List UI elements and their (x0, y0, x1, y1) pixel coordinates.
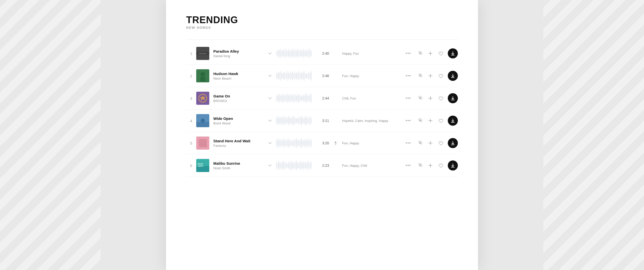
waveform-bar (282, 161, 282, 170)
waveform-bar (301, 140, 301, 146)
svg-rect-25 (196, 122, 209, 127)
track-name: Hudson Hawk (213, 71, 264, 76)
waveform-bar (307, 95, 307, 101)
favorite-button[interactable] (437, 50, 444, 57)
track-artwork[interactable]: NOAHSMITH (196, 159, 209, 172)
waveform-bar (283, 50, 284, 57)
add-button[interactable] (427, 162, 434, 169)
favorite-button[interactable] (437, 72, 444, 79)
add-button[interactable] (427, 140, 434, 146)
waveform-bar (288, 116, 289, 126)
expand-button[interactable] (266, 163, 274, 167)
more-options-button[interactable]: ••• (404, 140, 413, 147)
waveform-bar (302, 51, 302, 56)
expand-button[interactable] (266, 96, 274, 100)
waveform[interactable] (276, 116, 311, 126)
waveform-bar (291, 73, 292, 79)
favorite-button[interactable] (437, 140, 444, 147)
radio-button[interactable] (416, 72, 424, 80)
download-button[interactable] (448, 48, 458, 58)
add-button[interactable] (427, 95, 434, 102)
waveform[interactable] (276, 160, 311, 171)
download-button[interactable] (448, 160, 458, 171)
download-button[interactable] (448, 138, 458, 148)
download-button[interactable] (448, 71, 458, 81)
more-options-button[interactable]: ••• (404, 95, 413, 102)
waveform-bar (307, 49, 307, 58)
waveform-bar (304, 117, 304, 124)
favorite-button[interactable] (437, 162, 444, 169)
waveform-bar (308, 161, 308, 169)
waveform-bar (286, 162, 286, 169)
waveform-bar (276, 161, 276, 169)
waveform[interactable] (276, 48, 311, 58)
waveform-bar (297, 94, 297, 103)
track-artwork[interactable] (196, 92, 209, 105)
more-options-button[interactable]: ••• (404, 162, 413, 169)
waveform-bar (291, 140, 292, 146)
waveform-bar (291, 162, 291, 169)
expand-button[interactable] (266, 119, 274, 123)
header-divider (186, 40, 458, 40)
waveform-bar (305, 163, 305, 168)
svg-point-19 (419, 97, 421, 99)
waveform-bar (305, 116, 305, 125)
more-options-button[interactable]: ••• (404, 117, 413, 124)
radio-button[interactable] (416, 50, 424, 57)
track-artwork[interactable] (196, 137, 209, 150)
waveform-bar (301, 117, 301, 124)
radio-button[interactable] (416, 139, 424, 147)
radio-button[interactable] (416, 94, 424, 102)
waveform-bar (287, 118, 287, 123)
waveform[interactable] (276, 71, 311, 81)
bg-stripes-left (0, 0, 101, 270)
track-name: Stand Here And Wait (213, 139, 264, 144)
track-actions: ••• (404, 48, 458, 58)
waveform-bar (297, 49, 297, 57)
waveform-bar (278, 51, 279, 56)
more-options-button[interactable]: ••• (404, 50, 413, 57)
waveform-bar (282, 93, 282, 103)
add-button[interactable] (427, 73, 434, 79)
waveform-bar (304, 51, 304, 56)
waveform-bar (284, 71, 284, 80)
download-button[interactable] (448, 116, 458, 126)
waveform-bar (277, 51, 277, 56)
add-button[interactable] (427, 50, 434, 57)
waveform-bar (309, 95, 309, 102)
main-panel: TRENDING NEW SONGS 1 Paradise Alley Dani… (166, 0, 478, 270)
waveform-bar (293, 118, 293, 123)
waveform[interactable] (276, 93, 311, 103)
waveform-bar (292, 72, 292, 80)
expand-button[interactable] (266, 141, 274, 145)
waveform-bar (279, 49, 279, 58)
waveform-bar (296, 118, 297, 123)
track-row: 2 Hudson Hawk Neon Beach 2:46 Fun, Happy… (186, 65, 458, 87)
waveform-bar (288, 93, 288, 103)
waveform-bar (286, 163, 287, 168)
radio-button[interactable] (416, 117, 424, 124)
waveform-bar (306, 73, 306, 79)
track-info: Malibu Sunrise Noah Smith (213, 161, 264, 170)
waveform-bar (286, 48, 286, 58)
track-artwork[interactable] (196, 47, 209, 60)
more-options-button[interactable]: ••• (404, 72, 413, 80)
favorite-button[interactable] (437, 95, 444, 102)
favorite-button[interactable] (437, 117, 444, 124)
waveform-bar (286, 140, 286, 147)
waveform-bar (281, 72, 281, 80)
track-artwork[interactable] (196, 69, 209, 82)
track-artwork[interactable] (196, 114, 209, 127)
radio-button[interactable] (416, 162, 424, 169)
expand-button[interactable] (266, 74, 274, 78)
waveform-bar (299, 163, 299, 168)
expand-button[interactable] (266, 51, 274, 55)
waveform-bar (310, 94, 310, 103)
track-artist: Neon Beach (213, 77, 264, 80)
waveform[interactable] (276, 138, 311, 148)
track-actions: ••• (404, 93, 458, 103)
download-button[interactable] (448, 93, 458, 103)
waveform-bar (298, 118, 298, 123)
waveform-bar (283, 73, 284, 79)
add-button[interactable] (427, 117, 434, 124)
